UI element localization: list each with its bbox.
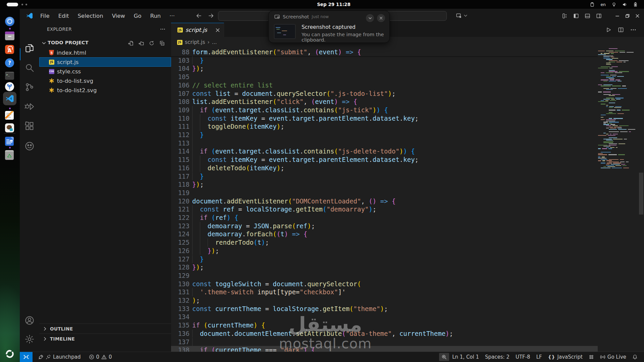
workspace-dot[interactable] xyxy=(25,4,27,5)
notification-close-button[interactable] xyxy=(377,14,385,22)
code-line-126[interactable]: 126 }); xyxy=(171,247,598,255)
menu-selection[interactable]: Selection xyxy=(73,11,108,21)
dock-vscode-icon[interactable] xyxy=(5,94,14,103)
code-line-88[interactable]: 88form.addEventListener("submit", (event… xyxy=(171,48,598,57)
code-line-109[interactable]: 109 if (event.target.classList.contains(… xyxy=(171,106,598,114)
workspace-pill[interactable] xyxy=(7,3,18,6)
chevron-down-icon[interactable] xyxy=(463,13,468,18)
code-line-115[interactable]: 115 const itemKey = event.target.parentE… xyxy=(171,156,598,164)
code-line-131[interactable]: 131 '.theme-switch input[type="checkbox"… xyxy=(171,288,598,296)
file-to-do-list.svg[interactable]: to-do-list.svg xyxy=(39,76,171,85)
status-eol[interactable]: LF xyxy=(533,352,545,362)
dock-terminal-icon[interactable]: >_ xyxy=(5,71,14,80)
code-line-121[interactable]: 121 const ref = localStorage.getItem("de… xyxy=(171,205,598,214)
code-line-124[interactable]: 124 demoarray.forEach((t) => { xyxy=(171,230,598,238)
code-line-105[interactable]: 105 xyxy=(171,73,598,81)
code-line-112[interactable]: 112 } xyxy=(171,131,598,139)
code-line-130[interactable]: 130const toggleSwitch = document.querySe… xyxy=(171,280,598,288)
dock-text-editor-icon[interactable] xyxy=(5,111,14,120)
code-line-119[interactable]: 119 xyxy=(171,189,598,197)
status-extension-status[interactable] xyxy=(586,352,597,362)
launchpad-status[interactable]: Launchpad xyxy=(35,352,84,362)
menu-run[interactable]: Run xyxy=(146,11,165,21)
more-actions-icon[interactable] xyxy=(630,26,637,33)
status-cursor-position[interactable]: Ln 1, Col 1 xyxy=(449,352,482,362)
menu-file[interactable]: File xyxy=(36,11,54,21)
split-editor-icon[interactable] xyxy=(618,26,624,33)
nav-back-button[interactable] xyxy=(196,12,202,19)
code-line-116[interactable]: 116 deleteTodo(itemKey); xyxy=(171,164,598,172)
dock-documents-icon[interactable] xyxy=(5,137,14,146)
file-script.js[interactable]: JSscript.js xyxy=(39,57,171,67)
code-line-127[interactable]: 127 } xyxy=(171,255,598,263)
minimize-button[interactable] xyxy=(615,13,620,18)
editor-scrollbar[interactable] xyxy=(639,173,643,215)
dock-image-tool-icon[interactable] xyxy=(5,123,14,133)
file-index.html[interactable]: 5index.html xyxy=(39,48,171,57)
breadcrumb[interactable]: JS script.js › ... xyxy=(171,37,644,48)
battery-icon[interactable] xyxy=(633,2,638,7)
dock-trash-icon[interactable] xyxy=(5,150,14,159)
code-line-129[interactable]: 129 xyxy=(171,272,598,280)
accounts-icon[interactable] xyxy=(24,315,35,326)
outline-section[interactable]: OUTLINE xyxy=(39,323,171,334)
file-style.css[interactable]: CSSstyle.css xyxy=(39,67,171,76)
new-folder-icon[interactable] xyxy=(138,40,144,46)
code-line-137[interactable]: 137 xyxy=(171,338,598,346)
menu-view[interactable]: View xyxy=(108,11,129,21)
menu-go[interactable]: Go xyxy=(129,11,146,21)
code-line-122[interactable]: 122 if (ref) { xyxy=(171,214,598,222)
customize-layout-icon[interactable] xyxy=(561,13,568,19)
status-language-mode[interactable]: {}JavaScript xyxy=(545,352,586,362)
file-to-do-list2.svg[interactable]: to-do-list2.svg xyxy=(39,85,171,95)
code-line-123[interactable]: 123 demoarray = JSON.parse(ref); xyxy=(171,222,598,230)
minimap[interactable] xyxy=(598,48,638,352)
toggle-secondary-sidebar-icon[interactable] xyxy=(596,13,602,19)
notification-expand-button[interactable] xyxy=(366,14,374,22)
tab-script-js[interactable]: JS script.js xyxy=(171,23,224,37)
restore-button[interactable] xyxy=(625,13,630,18)
sidebar-more-icon[interactable] xyxy=(160,26,166,32)
settings-gear-icon[interactable] xyxy=(24,334,35,345)
code-line-108[interactable]: 108list.addEventListener("click", (event… xyxy=(171,98,598,106)
activity-source-control-icon[interactable] xyxy=(24,82,35,93)
activity-remote-explorer-icon[interactable] xyxy=(24,141,35,152)
workspace-dot[interactable] xyxy=(21,4,23,5)
dock-files-icon[interactable] xyxy=(5,31,14,41)
code-line-118[interactable]: 118}); xyxy=(171,180,598,189)
code-line-125[interactable]: 125 renderTodo(t); xyxy=(171,238,598,247)
remote-indicator[interactable] xyxy=(20,352,33,362)
clock[interactable]: Sep 29 11:28 xyxy=(305,0,362,9)
toggle-sidebar-icon[interactable] xyxy=(573,13,579,19)
code-line-103[interactable]: 103 } xyxy=(171,56,598,65)
folder-section-header[interactable]: TODO PROJECT xyxy=(39,39,171,48)
breadcrumb-more[interactable]: ... xyxy=(212,39,217,45)
activity-run-debug-icon[interactable] xyxy=(24,101,35,112)
activity-explorer-icon[interactable] xyxy=(24,43,35,54)
refresh-explorer-icon[interactable] xyxy=(149,40,155,46)
code-line-106[interactable]: 106// select entire list xyxy=(171,81,598,89)
code-line-133[interactable]: 133const currentTheme = localStorage.get… xyxy=(171,305,598,313)
dock-help-icon[interactable]: ? xyxy=(5,58,14,68)
code-line-117[interactable]: 117 } xyxy=(171,172,598,181)
menu-more[interactable]: ··· xyxy=(165,11,179,21)
nav-forward-button[interactable] xyxy=(208,12,214,19)
dock-software-center-icon[interactable] xyxy=(5,82,14,92)
tab-close-icon[interactable] xyxy=(215,27,220,33)
clipboard-icon[interactable] xyxy=(590,2,595,7)
menu-edit[interactable]: Edit xyxy=(54,11,73,21)
code-line-107[interactable]: 107const list = document.querySelector("… xyxy=(171,89,598,98)
code-line-136[interactable]: 136 document.documentElement.setAttribut… xyxy=(171,329,598,338)
activity-search-icon[interactable] xyxy=(24,62,35,73)
code-editor[interactable]: 88form.addEventListener("submit", (event… xyxy=(171,48,598,352)
status-notifications[interactable] xyxy=(629,352,641,362)
code-line-135[interactable]: 135if (currentTheme) { xyxy=(171,321,598,329)
code-line-132[interactable]: 132); xyxy=(171,296,598,305)
code-line-110[interactable]: 110 const itemKey = event.target.parentE… xyxy=(171,114,598,123)
code-line-113[interactable]: 113 xyxy=(171,139,598,147)
problems-status[interactable]: 0 0 xyxy=(86,352,115,362)
breadcrumb-file[interactable]: script.js xyxy=(185,39,205,45)
status-go-live[interactable]: Go Live xyxy=(597,352,629,362)
code-line-114[interactable]: 114 if (event.target.classList.contains(… xyxy=(171,147,598,156)
input-language[interactable]: en xyxy=(600,2,606,7)
